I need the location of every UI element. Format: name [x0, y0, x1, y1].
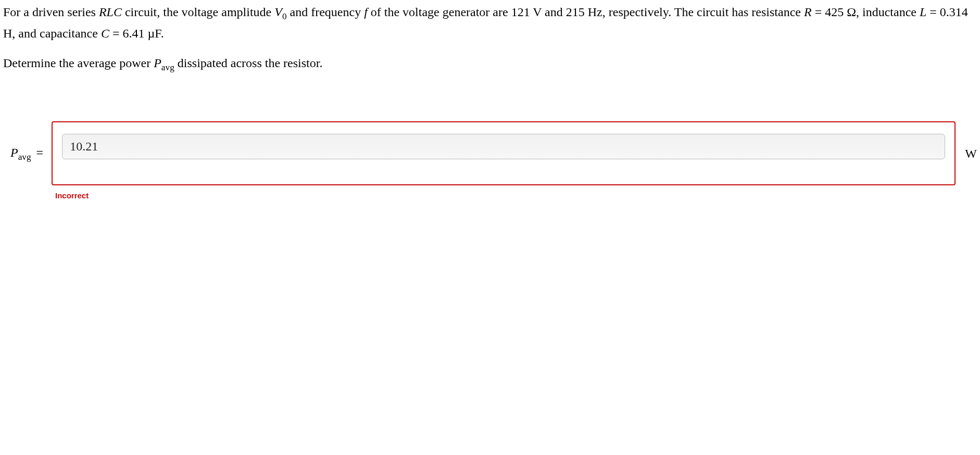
- var-v: V: [274, 5, 282, 19]
- var-r: R: [804, 5, 812, 19]
- answer-unit: W: [965, 144, 977, 163]
- var-f: f: [364, 5, 368, 19]
- text-fragment: = 425 Ω, inductance: [812, 5, 920, 19]
- var-rlc: RLC: [99, 5, 122, 19]
- label-equals: =: [33, 146, 44, 159]
- answer-row: Pavg = W: [3, 121, 977, 185]
- text-fragment: of the voltage generator are 121 V and 2…: [368, 5, 606, 19]
- var-v-sub: 0: [282, 11, 287, 21]
- text-fragment: and frequency: [287, 5, 365, 19]
- text-fragment: circuit, the voltage amplitude: [122, 5, 274, 19]
- var-p: P: [154, 56, 161, 70]
- var-l: L: [920, 5, 926, 19]
- problem-statement: For a driven series RLC circuit, the vol…: [3, 2, 977, 44]
- answer-box-wrapper: [52, 121, 956, 185]
- var-p-sub: avg: [161, 62, 174, 72]
- question-prompt: Determine the average power Pavg dissipa…: [3, 53, 977, 74]
- text-fragment: dissipated across the resistor.: [174, 56, 323, 70]
- text-fragment: For a driven series: [3, 5, 99, 19]
- text-fragment: respectively. The circuit has resistance: [609, 5, 804, 19]
- answer-label: Pavg =: [3, 143, 45, 164]
- answer-input[interactable]: [62, 134, 945, 159]
- answer-incorrect-outline: [52, 121, 956, 185]
- label-p: P: [10, 146, 18, 159]
- label-p-sub: avg: [18, 152, 31, 162]
- text-fragment: = 6.41 µF.: [109, 27, 164, 40]
- var-c: C: [101, 27, 109, 40]
- text-fragment: Determine the average power: [3, 56, 154, 70]
- feedback-incorrect: Incorrect: [55, 189, 977, 202]
